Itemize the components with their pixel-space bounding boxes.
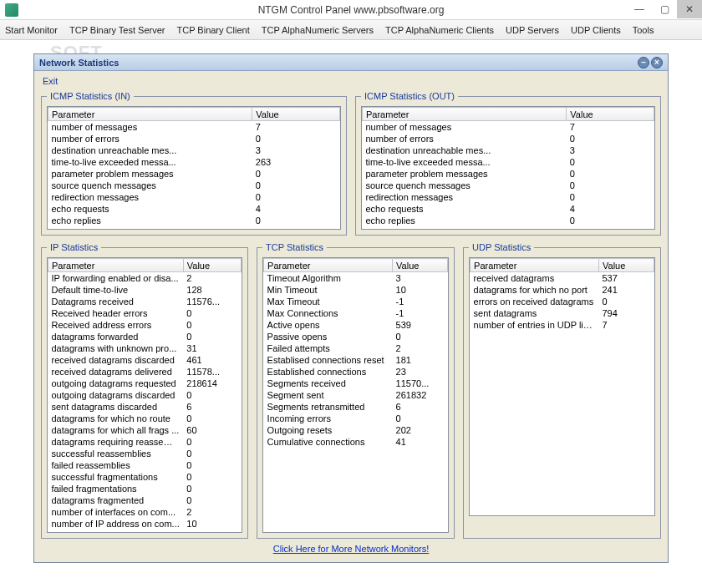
table-row[interactable]: Max Connections-1 <box>264 307 448 319</box>
table-row[interactable]: Received header errors0 <box>48 307 242 319</box>
mdi-minimize-icon[interactable]: – <box>638 57 649 68</box>
table-row[interactable]: parameter problem messages0 <box>48 168 340 180</box>
mdi-titlebar[interactable]: Network Statistics – × <box>34 54 668 71</box>
table-row[interactable]: received datagrams537 <box>471 272 654 284</box>
table-row[interactable]: Received address errors0 <box>48 319 242 331</box>
col-parameter[interactable]: Parameter <box>264 259 393 272</box>
table-row[interactable]: time-to-live exceeded messa...263 <box>48 156 340 168</box>
table-row[interactable]: successful reassemblies0 <box>48 448 242 459</box>
list-icmp-in[interactable]: Parameter Value number of messages7numbe… <box>47 106 341 230</box>
menu-tcp-binary-test-server[interactable]: TCP Binary Test Server <box>69 25 165 35</box>
menu-tcp-binary-client[interactable]: TCP Binary Client <box>177 25 250 35</box>
col-value[interactable]: Value <box>599 259 654 272</box>
table-row[interactable]: Segments received11570... <box>264 378 448 389</box>
table-row[interactable]: echo replies0 <box>363 215 654 226</box>
menu-udp-servers[interactable]: UDP Servers <box>506 25 559 35</box>
cell-parameter: Passive opens <box>264 331 393 342</box>
table-row[interactable]: received datagrams delivered11578... <box>48 366 242 378</box>
menu-start-monitor[interactable]: Start Monitor <box>5 25 58 35</box>
table-row[interactable]: Max Timeout-1 <box>264 296 448 307</box>
table-row[interactable]: Timeout Algorithm3 <box>264 272 448 284</box>
table-row[interactable]: destination unreachable mes...3 <box>48 144 340 156</box>
menu-udp-clients[interactable]: UDP Clients <box>571 25 621 35</box>
table-row[interactable]: redirection messages0 <box>48 191 340 203</box>
table-row[interactable]: Segments retransmitted6 <box>264 401 448 413</box>
list-icmp-out[interactable]: Parameter Value number of messages7numbe… <box>361 106 655 230</box>
table-row[interactable]: time-to-live exceeded messa...0 <box>363 156 654 168</box>
table-row[interactable]: datagrams forwarded0 <box>48 331 242 342</box>
table-row[interactable]: number of messages7 <box>48 121 340 133</box>
table-row[interactable]: Default time-to-live128 <box>48 284 242 296</box>
cell-parameter: failed fragmentations <box>48 483 184 494</box>
col-value[interactable]: Value <box>567 108 654 121</box>
table-row[interactable]: received datagrams discarded461 <box>48 354 242 366</box>
table-row[interactable]: Segment sent261832 <box>264 389 448 401</box>
table-row[interactable]: IP forwarding enabled or disa...2 <box>48 272 242 284</box>
table-row[interactable]: Passive opens0 <box>264 331 448 342</box>
menu-tcp-alphanumeric-clients[interactable]: TCP AlphaNumeric Clients <box>385 25 494 35</box>
table-row[interactable]: timestamp requests0 <box>48 226 340 231</box>
table-row[interactable]: number of messages7 <box>363 121 654 133</box>
table-row[interactable]: failed reassemblies0 <box>48 459 242 471</box>
col-parameter[interactable]: Parameter <box>363 108 567 121</box>
table-row[interactable]: echo requests4 <box>48 203 340 215</box>
table-row[interactable]: source quench messages0 <box>48 180 340 191</box>
cell-value: 6 <box>183 401 241 413</box>
table-row[interactable]: datagrams for which no route0 <box>48 413 242 424</box>
col-parameter[interactable]: Parameter <box>48 259 184 272</box>
table-row[interactable]: Cumulative connections41 <box>264 436 448 448</box>
table-row[interactable]: errors on received datagrams0 <box>471 296 654 307</box>
table-row[interactable]: outgoing datagrams discarded0 <box>48 389 242 401</box>
table-row[interactable]: datagrams for which all frags ...60 <box>48 424 242 436</box>
table-row[interactable]: Datagrams received11576... <box>48 296 242 307</box>
maximize-button[interactable]: ▢ <box>652 0 677 18</box>
menu-tools[interactable]: Tools <box>633 25 654 35</box>
group-udp: UDP Statistics Parameter Value received … <box>463 242 661 539</box>
table-row[interactable]: redirection messages0 <box>363 191 654 203</box>
table-row[interactable]: datagrams for which no port241 <box>471 284 654 296</box>
list-tcp[interactable]: Parameter Value Timeout Algorithm3Min Ti… <box>262 257 449 533</box>
table-row[interactable]: sent datagrams794 <box>471 307 654 319</box>
table-row[interactable]: datagrams requiring reassembly0 <box>48 436 242 448</box>
list-udp[interactable]: Parameter Value received datagrams537dat… <box>469 257 655 516</box>
close-button[interactable]: ✕ <box>677 0 702 18</box>
table-row[interactable]: successful fragmentations0 <box>48 471 242 483</box>
table-row[interactable]: destination unreachable mes...3 <box>363 144 654 156</box>
table-row[interactable]: number of routes in routing ta...9 <box>48 530 242 534</box>
table-row[interactable]: number of IP address on com...10 <box>48 518 242 530</box>
col-value[interactable]: Value <box>252 108 340 121</box>
table-row[interactable]: outgoing datagrams requested218614 <box>48 378 242 389</box>
mdi-close-icon[interactable]: × <box>651 57 663 68</box>
table-row[interactable]: failed fragmentations0 <box>48 483 242 494</box>
table-row[interactable]: Active opens539 <box>264 319 448 331</box>
table-row[interactable]: Failed attempts2 <box>264 342 448 354</box>
footer-more-monitors-link[interactable]: Click Here for More Network Monitors! <box>41 539 661 555</box>
col-parameter[interactable]: Parameter <box>48 108 252 121</box>
table-row[interactable]: number of interfaces on com...2 <box>48 506 242 518</box>
col-value[interactable]: Value <box>393 259 448 272</box>
table-row[interactable]: Outgoing resets202 <box>264 424 448 436</box>
table-row[interactable]: Min Timeout10 <box>264 284 448 296</box>
table-row[interactable]: echo requests4 <box>363 203 654 215</box>
table-row[interactable]: datagrams with unknown pro...31 <box>48 342 242 354</box>
minimize-button[interactable]: — <box>627 0 652 18</box>
col-value[interactable]: Value <box>183 259 241 272</box>
table-row[interactable]: Establised connections reset181 <box>264 354 448 366</box>
exit-link[interactable]: Exit <box>41 73 59 91</box>
table-row[interactable]: timestamp requests0 <box>363 226 654 231</box>
table-row[interactable]: echo replies0 <box>48 215 340 226</box>
table-row[interactable]: number of entries in UDP list...7 <box>471 319 654 331</box>
table-row[interactable]: number of errors0 <box>363 133 654 144</box>
table-row[interactable]: source quench messages0 <box>363 180 654 191</box>
table-row[interactable]: Incoming errors0 <box>264 413 448 424</box>
table-row[interactable]: parameter problem messages0 <box>363 168 654 180</box>
col-parameter[interactable]: Parameter <box>471 259 599 272</box>
table-row[interactable]: number of errors0 <box>48 133 340 144</box>
menu-tcp-alphanumeric-servers[interactable]: TCP AlphaNumeric Servers <box>262 25 374 35</box>
table-row[interactable]: Established connections23 <box>264 366 448 378</box>
network-statistics-window: Network Statistics – × Exit ICMP Statist… <box>33 53 669 563</box>
cell-parameter: Established connections <box>264 366 393 378</box>
table-row[interactable]: datagrams fragmented0 <box>48 494 242 506</box>
list-ip[interactable]: Parameter Value IP forwarding enabled or… <box>47 257 242 533</box>
table-row[interactable]: sent datagrams discarded6 <box>48 401 242 413</box>
